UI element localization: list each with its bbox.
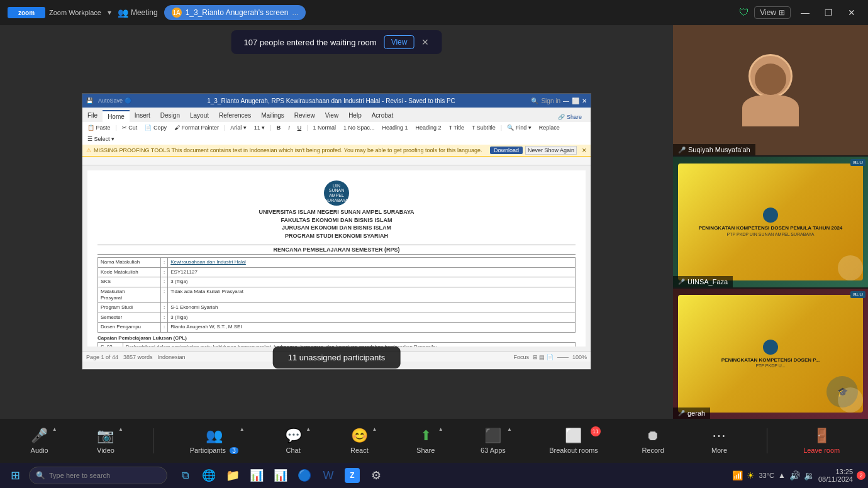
word-tab-design[interactable]: Design bbox=[155, 110, 185, 122]
up-arrow-tray[interactable]: ▲ bbox=[778, 471, 786, 480]
zoom-logo-image: zoom bbox=[8, 7, 45, 18]
react-caret-icon[interactable]: ▲ bbox=[372, 426, 377, 432]
tab-more-icon[interactable]: ... bbox=[292, 8, 298, 17]
word-tab-layout[interactable]: Layout bbox=[185, 110, 214, 122]
department-name: JURUSAN EKONOMI DAN BISNIS ISLAM bbox=[97, 224, 576, 232]
word-tab-mailings[interactable]: Mailings bbox=[256, 110, 289, 122]
taskbar-settings-button[interactable]: ⚙ bbox=[365, 464, 387, 487]
word-search-icon[interactable]: 🔍 bbox=[531, 97, 538, 104]
audio-caret-icon[interactable]: ▲ bbox=[52, 426, 57, 432]
word-style-normal[interactable]: 1 Normal bbox=[311, 123, 339, 132]
cpl-table: S. 03 Berkontribusi dalam peningkatan mu… bbox=[97, 342, 576, 347]
word-zoom-level: 100% bbox=[572, 354, 587, 360]
taskbar-edge-button[interactable]: 🌐 bbox=[198, 464, 220, 487]
word-tab-help[interactable]: Help bbox=[343, 110, 367, 122]
word-tab-acrobat[interactable]: Acrobat bbox=[367, 110, 398, 122]
word-tab-review[interactable]: Review bbox=[289, 110, 320, 122]
video-panel: 🎤 Suqiyah Musyafa'ah PENINGKATAN KOMPETE… bbox=[673, 25, 868, 419]
word-style-heading1[interactable]: Heading 1 bbox=[380, 123, 411, 132]
taskbar-word-button[interactable]: W bbox=[317, 464, 340, 487]
meeting-button[interactable]: 👥 Meeting bbox=[118, 8, 158, 18]
participant-name-3: 🎤 gerah bbox=[673, 408, 710, 419]
field-label: SKS bbox=[98, 277, 161, 287]
apps-icon: ⬛ bbox=[484, 428, 501, 444]
temperature-display: 33°C bbox=[759, 472, 774, 479]
more-icon: ⋯ bbox=[712, 428, 726, 444]
word-warning-close-icon[interactable]: ✕ bbox=[582, 147, 587, 153]
chat-label: Chat bbox=[286, 446, 300, 454]
word-style-title[interactable]: T Title bbox=[447, 123, 467, 132]
share-button[interactable]: ⬆ Share ▲ bbox=[407, 425, 445, 457]
word-tab-references[interactable]: References bbox=[214, 110, 256, 122]
word-minimize-icon[interactable]: — bbox=[563, 97, 569, 104]
breakout-rooms-button[interactable]: ⬜ 11 Breakout rooms bbox=[542, 425, 606, 457]
word-style-heading2[interactable]: Heading 2 bbox=[413, 123, 444, 132]
taskbar-powerpoint-button[interactable]: 📊 bbox=[269, 464, 292, 487]
word-tab-home[interactable]: Home bbox=[103, 110, 130, 122]
word-share-btn[interactable]: 🔗 Share bbox=[553, 110, 591, 122]
chat-caret-icon[interactable]: ▲ bbox=[306, 426, 311, 432]
word-tab-view[interactable]: View bbox=[320, 110, 344, 122]
taskbar-taskview-button[interactable]: ⧉ bbox=[174, 464, 196, 487]
taskbar-chrome-button[interactable]: 🔵 bbox=[293, 464, 316, 487]
notification-badge[interactable]: 2 bbox=[857, 471, 865, 480]
word-signin[interactable]: Sign in bbox=[541, 97, 560, 104]
audio-button[interactable]: 🎤 Audio ▲ bbox=[21, 425, 58, 457]
share-caret-icon[interactable]: ▲ bbox=[438, 426, 443, 432]
word-cut-btn[interactable]: ✂ Cut bbox=[120, 123, 140, 132]
taskbar-search-box[interactable]: 🔍 Type here to search bbox=[29, 467, 167, 484]
word-tab-file[interactable]: File bbox=[82, 110, 103, 122]
video-caret-icon[interactable]: ▲ bbox=[118, 426, 123, 432]
word-close-icon[interactable]: ✕ bbox=[582, 97, 587, 104]
taskbar-zoom-button[interactable]: Z bbox=[341, 464, 364, 487]
word-select-btn[interactable]: ☰ Select ▾ bbox=[85, 135, 117, 143]
participants-caret-icon[interactable]: ▲ bbox=[240, 426, 245, 432]
more-button[interactable]: ⋯ More bbox=[700, 425, 738, 457]
word-format-painter-btn[interactable]: 🖌 Format Painter bbox=[172, 123, 221, 132]
share-label: Share bbox=[416, 446, 435, 454]
table-row: Program Studi : S-1 Ekonomi Syariah bbox=[98, 303, 576, 313]
apps-caret-icon[interactable]: ▲ bbox=[507, 426, 512, 432]
word-never-show-btn[interactable]: Never Show Again bbox=[525, 146, 577, 155]
taskbar-explorer-button[interactable]: 📁 bbox=[221, 464, 244, 487]
word-zoom-slider[interactable]: —— bbox=[557, 354, 569, 360]
word-find-btn[interactable]: 🔍 Find ▾ bbox=[504, 123, 534, 132]
word-tab-insert[interactable]: Insert bbox=[130, 110, 155, 122]
screen-share-tab[interactable]: 1A 1_3_Rianto Anugerah's screen ... bbox=[164, 5, 306, 20]
word-style-subtitle[interactable]: T Subtitle bbox=[469, 123, 498, 132]
word-maximize-icon[interactable]: ⬜ bbox=[572, 97, 579, 104]
word-download-proofing-btn[interactable]: Download bbox=[490, 147, 523, 154]
word-titlebar: 💾 AutoSave 🔵 1_3_Rianto Anugerah, RPS Ke… bbox=[82, 94, 591, 108]
taskbar-system-tray: 📶 ☀ 33°C ▲ 🔊 🔉 13:25 08/11/2024 2 bbox=[732, 468, 865, 483]
video-button[interactable]: 📷 Video ▲ bbox=[87, 425, 125, 457]
minimize-button[interactable]: — bbox=[796, 8, 815, 18]
chat-button[interactable]: 💬 Chat ▲ bbox=[274, 425, 312, 457]
word-style-nospace[interactable]: 1 No Spac... bbox=[341, 123, 377, 132]
leave-room-button[interactable]: 🚪 Leave room bbox=[796, 425, 847, 457]
start-button[interactable]: ⊞ bbox=[3, 464, 28, 487]
clock-display: 13:25 08/11/2024 bbox=[818, 468, 853, 483]
speaker-icon[interactable]: 🔊 bbox=[789, 470, 800, 480]
close-button[interactable]: ✕ bbox=[843, 8, 860, 18]
react-button[interactable]: 😊 React ▲ bbox=[340, 425, 378, 457]
word-font-select[interactable]: Arial ▾ bbox=[228, 123, 249, 132]
field-label: Nama Matakuliah bbox=[98, 258, 161, 267]
record-button[interactable]: ⏺ Record bbox=[634, 425, 672, 457]
word-focus-btn[interactable]: Focus bbox=[513, 354, 529, 360]
participants-button[interactable]: 👥 Participants 3 ▲ bbox=[182, 425, 246, 457]
maximize-button[interactable]: ❐ bbox=[820, 8, 838, 18]
view-button[interactable]: View ⊞ bbox=[754, 6, 791, 19]
apps-button[interactable]: ⬛ 63 Apps ▲ bbox=[473, 425, 513, 457]
word-copy-btn[interactable]: 📄 Copy bbox=[142, 123, 169, 132]
word-font-size[interactable]: 11 ▾ bbox=[252, 123, 268, 132]
waiting-room-view-button[interactable]: View bbox=[384, 35, 415, 49]
word-page-count: Page 1 of 44 bbox=[86, 354, 118, 360]
taskbar-excel-button[interactable]: 📊 bbox=[245, 464, 268, 487]
word-bold-btn[interactable]: B bbox=[274, 123, 284, 132]
title-dropdown-arrow[interactable]: ▾ bbox=[108, 8, 111, 17]
word-underline-btn[interactable]: U bbox=[295, 123, 304, 132]
notification-close-icon[interactable]: ✕ bbox=[421, 37, 429, 47]
word-paste-btn[interactable]: 📋 Paste bbox=[85, 123, 113, 132]
word-replace-btn[interactable]: Replace bbox=[537, 123, 562, 132]
word-italic-btn[interactable]: I bbox=[286, 123, 292, 132]
